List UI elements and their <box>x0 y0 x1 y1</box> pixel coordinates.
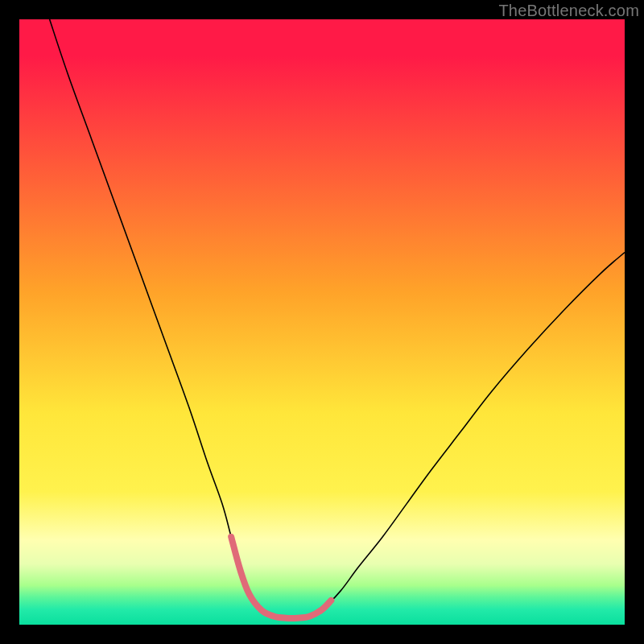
gradient-backdrop <box>19 19 625 625</box>
chart-frame <box>19 19 625 625</box>
watermark-text: TheBottleneck.com <box>498 2 639 20</box>
bottleneck-chart <box>19 19 625 625</box>
